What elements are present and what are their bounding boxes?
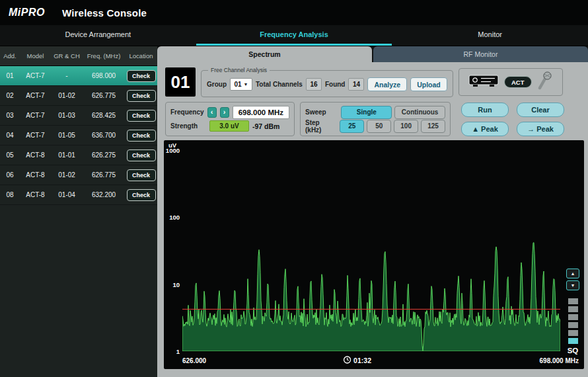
cell-model: ACT-8	[20, 191, 51, 198]
cell-freq: 628.425	[83, 112, 125, 119]
check-button[interactable]: Check	[127, 149, 156, 161]
spectrum-page: 01 Free Channel Analysis Group 01 ▼ Tota…	[157, 62, 588, 377]
sweep-continuous-button[interactable]: Continuous	[394, 106, 445, 119]
cell-model: ACT-7	[20, 72, 51, 79]
spectrum-plot[interactable]	[182, 150, 560, 351]
sweep-time-value: 01:32	[353, 356, 371, 364]
step-125-button[interactable]: 125	[421, 120, 445, 133]
table-row[interactable]: 05 ACT-8 01-01 626.275 Check	[0, 146, 157, 165]
step-khz-label: Step (kHz)	[305, 119, 337, 134]
check-button[interactable]: Check	[127, 90, 156, 102]
header-location: Location	[125, 52, 157, 60]
cell-freq: 632.200	[83, 191, 125, 198]
device-selector-box: ACT	[459, 68, 563, 96]
table-row[interactable]: 03 ACT-7 01-03 628.425 Check	[0, 106, 157, 126]
spectrum-trace	[182, 150, 560, 351]
squelch-level-segment	[568, 314, 578, 320]
table-row[interactable]: 06 ACT-8 01-02 626.775 Check	[0, 165, 157, 185]
group-title: Free Channel Analysis	[208, 67, 270, 73]
cell-freq: 626.775	[83, 92, 125, 99]
check-button[interactable]: Check	[127, 110, 156, 122]
check-button[interactable]: Check	[127, 169, 156, 181]
upload-button[interactable]: Upload	[410, 77, 447, 91]
total-channels-value: 16	[306, 78, 322, 91]
total-channels-label: Total Channels	[256, 81, 303, 88]
cell-grch: 01-02	[51, 92, 83, 99]
sweep-label: Sweep	[305, 108, 338, 116]
frequency-display: 698.000 MHz	[233, 106, 289, 119]
step-50-button[interactable]: 50	[367, 120, 391, 133]
found-label: Found	[325, 81, 346, 88]
y-tick-10: 10	[172, 280, 180, 288]
mipro-logo: MiPRO	[9, 7, 45, 19]
cell-model: ACT-7	[20, 132, 51, 139]
header-grch: GR & CH	[51, 52, 83, 60]
strength-label: Strength	[170, 122, 206, 130]
top-controls-row: 01 Free Channel Analysis Group 01 ▼ Tota…	[165, 66, 581, 98]
clear-button[interactable]: Clear	[517, 103, 564, 117]
cell-grch: 01-04	[51, 191, 83, 198]
step-25-button[interactable]: 25	[340, 120, 364, 133]
cell-freq: 626.775	[83, 171, 125, 179]
cell-freq: 636.700	[83, 132, 125, 139]
cell-add: 08	[0, 191, 20, 198]
x-axis-start-label: 626.000	[182, 357, 206, 364]
action-buttons: Run Clear ▲ Peak → Peak	[461, 102, 564, 136]
squelch-threshold-line	[182, 309, 560, 310]
device-table-header: Add. Model GR & CH Freq. (MHz) Location	[0, 46, 157, 66]
squelch-down-button[interactable]: ▾	[566, 280, 579, 290]
squelch-up-button[interactable]: ▴	[566, 269, 579, 278]
table-row[interactable]: 02 ACT-7 01-02 626.775 Check	[0, 86, 157, 106]
peak-next-button[interactable]: → Peak	[517, 122, 564, 136]
header-model: Model	[20, 52, 51, 60]
frequency-step-up-button[interactable]: ›	[220, 107, 229, 118]
check-button[interactable]: Check	[127, 189, 156, 201]
tab-spectrum[interactable]: Spectrum	[157, 46, 372, 62]
frequency-strength-box: Frequency ‹ › 698.000 MHz Strength 3.0 u…	[165, 102, 295, 136]
squelch-level-segment	[568, 298, 578, 304]
step-100-button[interactable]: 100	[394, 120, 418, 133]
act-device-button[interactable]: ACT	[504, 76, 532, 88]
analyze-button[interactable]: Analyze	[367, 77, 407, 91]
table-row[interactable]: 04 ACT-7 01-05 636.700 Check	[0, 126, 157, 146]
peak-up-button[interactable]: ▲ Peak	[461, 122, 509, 136]
header-add: Add.	[0, 52, 20, 60]
cell-grch: 01-01	[51, 151, 83, 159]
squelch-level-segment	[568, 322, 578, 328]
dbm-value: -97 dBm	[252, 122, 279, 130]
squelch-label: SQ	[568, 347, 579, 355]
group-label: Group	[207, 81, 227, 88]
tab-rf-monitor[interactable]: RF Monitor	[373, 46, 588, 62]
cell-model: ACT-7	[20, 112, 51, 119]
cell-grch: -	[51, 72, 83, 79]
y-tick-1: 1	[176, 348, 180, 355]
group-select[interactable]: 01 ▼	[230, 78, 252, 91]
frequency-step-down-button[interactable]: ‹	[207, 107, 217, 118]
check-button[interactable]: Check	[127, 70, 156, 82]
cell-add: 04	[0, 132, 20, 139]
spectrum-chart: uV 1000 100 10 1 626.000 698.000 MHz	[164, 140, 584, 369]
sweep-single-button[interactable]: Single	[341, 106, 392, 119]
chevron-down-icon: ▼	[244, 82, 248, 87]
frequency-analysis-panel: Spectrum RF Monitor 01 Free Channel Anal…	[157, 46, 588, 377]
table-row[interactable]: 08 ACT-8 01-04 632.200 Check	[0, 185, 157, 205]
squelch-level-current	[568, 338, 578, 344]
group-select-value: 01	[234, 81, 241, 88]
tab-frequency-analysis[interactable]: Frequency Analysis	[196, 25, 392, 46]
title-bar: MiPRO Wireless Console	[0, 0, 588, 25]
header-freq: Freq. (MHz)	[83, 52, 125, 60]
run-button[interactable]: Run	[461, 103, 509, 117]
tab-monitor[interactable]: Monitor	[392, 25, 588, 46]
cell-freq: 626.275	[83, 151, 125, 159]
tuning-controls-row: Frequency ‹ › 698.000 MHz Strength 3.0 u…	[165, 102, 581, 136]
frequency-label: Frequency	[170, 108, 204, 116]
cell-add: 06	[0, 171, 20, 179]
squelch-level-segment	[568, 306, 578, 312]
cell-grch: 01-03	[51, 112, 83, 119]
table-row[interactable]: 01 ACT-7 - 698.000 Check	[0, 66, 157, 86]
check-button[interactable]: Check	[127, 130, 156, 142]
panel-tab-bar: Spectrum RF Monitor	[157, 46, 588, 62]
cell-add: 02	[0, 92, 20, 99]
tab-device-arrangement[interactable]: Device Arrangement	[0, 25, 196, 46]
cell-add: 01	[0, 72, 20, 79]
